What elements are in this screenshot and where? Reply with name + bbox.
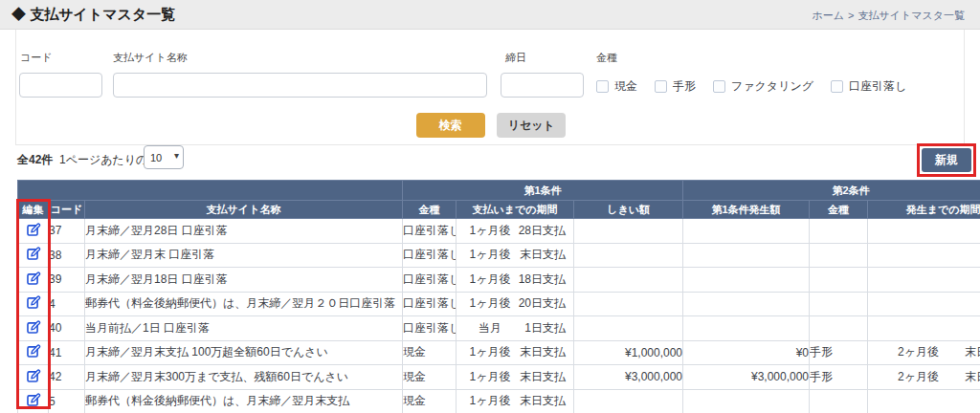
code-cell: 39 <box>49 268 85 293</box>
edit-icon <box>25 222 41 238</box>
threshold-cell <box>574 292 683 316</box>
period2-cell <box>868 268 980 293</box>
code-cell: 5 <box>49 389 85 413</box>
new-button[interactable]: 新規 <box>922 148 971 172</box>
topbar: ◆ 支払サイトマスタ一覧 ホーム>支払サイトマスタ一覧 <box>0 0 980 30</box>
edit-button[interactable] <box>25 318 41 336</box>
period2-cell <box>868 243 980 268</box>
search-panel: コード 支払サイト名称 締日 金種 現金 手形 ファクタリング 口座引落し 検索… <box>15 30 965 145</box>
checkbox-icon[interactable] <box>831 80 843 93</box>
edit-button[interactable] <box>25 221 41 238</box>
edit-button[interactable] <box>25 391 41 408</box>
kind2-cell: 手形 <box>810 340 868 365</box>
kind-cell: 現金 <box>403 365 457 390</box>
period2-cell <box>868 292 980 316</box>
edit-cell <box>18 365 49 390</box>
checkbox-icon[interactable] <box>713 80 725 93</box>
header-kind2: 金種 <box>810 201 868 219</box>
closing-day-input[interactable] <box>501 73 584 98</box>
kind-checkbox-group: 現金 手形 ファクタリング 口座引落し <box>596 78 906 95</box>
header-code: コード <box>49 201 85 219</box>
header-name: 支払サイト名称 <box>85 201 403 219</box>
name-cell: 月末締／翌月末 口座引落 <box>85 243 403 268</box>
period2-cell <box>868 389 980 413</box>
reset-button[interactable]: リセット <box>497 113 566 138</box>
name-cell: 郵券代（料金後納郵便代）は、月末締／翌月末支払 <box>85 389 403 413</box>
threshold-cell <box>574 389 683 413</box>
edit-icon <box>25 294 41 311</box>
table-row: 42 月末締／翌月末300万まで支払、残額60日でんさい 現金 1ヶ月後 末日支… <box>18 365 980 390</box>
edit-button[interactable] <box>25 293 41 311</box>
edit-button[interactable] <box>25 367 41 384</box>
payment-site-table: 第1条件 第2条件 編集 コード 支払サイト名称 金種 支払いまでの期間 しきい… <box>17 180 980 413</box>
period2-cell <box>868 316 980 341</box>
edit-button[interactable] <box>25 342 41 359</box>
header-period: 支払いまでの期間 <box>457 201 574 219</box>
c1-amount-cell <box>683 292 810 316</box>
header-threshold: しきい額 <box>574 201 683 219</box>
kind-checkbox-2[interactable]: 手形 <box>655 78 696 95</box>
c1-amount-cell: ¥0 <box>683 340 810 365</box>
kind2-cell <box>810 219 868 244</box>
closing-day-label: 締日 <box>505 51 526 65</box>
new-button-annotation: 新規 <box>917 143 976 177</box>
period-cell: 1ヶ月後 28日支払 <box>457 219 574 244</box>
table-header-row: 編集 コード 支払サイト名称 金種 支払いまでの期間 しきい額 第1条件発生額 … <box>18 201 980 219</box>
group-header-condition1: 第1条件 <box>403 181 683 201</box>
code-cell: 37 <box>49 219 85 244</box>
breadcrumb-home-link[interactable]: ホーム <box>813 10 845 21</box>
group-header-blank <box>18 181 403 201</box>
edit-button[interactable] <box>25 245 41 262</box>
kind-checkbox-1[interactable]: 現金 <box>596 78 637 95</box>
kind2-cell <box>810 292 868 316</box>
period-cell: 1ヶ月後 末日支払 <box>457 340 574 365</box>
per-page-select[interactable]: 10 <box>144 145 184 169</box>
edit-icon <box>25 392 41 408</box>
edit-button[interactable] <box>25 270 41 287</box>
kind-cell: 口座引落し <box>403 316 457 341</box>
c1-amount-cell <box>683 243 810 268</box>
table-row: 37 月末締／翌月28日 口座引落 口座引落し 1ヶ月後 28日支払 <box>18 219 980 244</box>
table-row: 38 月末締／翌月末 口座引落 口座引落し 1ヶ月後 末日支払 <box>18 243 980 268</box>
c1-amount-cell <box>683 389 810 413</box>
c1-amount-cell <box>683 316 810 341</box>
code-cell: 41 <box>49 340 85 365</box>
kind-cell: 現金 <box>403 389 457 413</box>
kind2-cell <box>810 316 868 341</box>
group-header-condition2: 第2条件 <box>683 181 980 201</box>
period-cell: 1ヶ月後 末日支払 <box>457 243 574 268</box>
period-cell: 1ヶ月後 18日支払 <box>457 268 574 293</box>
code-label: コード <box>20 51 53 65</box>
period-cell: 当月 1日支払 <box>457 316 574 341</box>
site-name-input[interactable] <box>113 73 487 98</box>
edit-icon <box>25 368 41 384</box>
breadcrumb-separator: > <box>848 10 854 21</box>
period-cell: 1ヶ月後 末日支払 <box>457 365 574 390</box>
table-row: 40 当月前払／1日 口座引落 口座引落し 当月 1日支払 <box>18 316 980 341</box>
name-cell: 月末締／翌月28日 口座引落 <box>85 219 403 244</box>
c1-amount-cell: ¥3,000,000 <box>683 365 810 390</box>
search-button[interactable]: 検索 <box>416 113 485 138</box>
table-row: 41 月末締／翌月末支払 100万超全額60日でんさい 現金 1ヶ月後 末日支払… <box>18 340 980 365</box>
period-cell: 1ヶ月後 末日支払 <box>457 389 574 413</box>
edit-cell <box>18 268 49 293</box>
checkbox-icon[interactable] <box>596 80 609 93</box>
table-row: 39 月末締／翌月18日 口座引落 口座引落し 1ヶ月後 18日支払 <box>18 268 980 293</box>
table-row: 4 郵券代（料金後納郵便代）は、月末締／翌月２０日口座引落 口座引落し 1ヶ月後… <box>18 292 980 316</box>
kind2-cell <box>810 268 868 293</box>
period2-cell <box>868 219 980 244</box>
threshold-cell <box>574 268 683 293</box>
threshold-cell <box>574 219 683 244</box>
edit-cell <box>18 316 49 341</box>
kind-checkbox-3[interactable]: ファクタリング <box>713 78 813 95</box>
kind-checkbox-4[interactable]: 口座引落し <box>831 78 906 95</box>
name-cell: 当月前払／1日 口座引落 <box>85 316 403 341</box>
period2-cell: 2ヶ月後 末日支払 <box>868 340 980 365</box>
kind2-cell: 手形 <box>810 365 868 390</box>
breadcrumb: ホーム>支払サイトマスタ一覧 <box>813 9 966 23</box>
code-input[interactable] <box>19 73 102 98</box>
page-title: ◆ 支払サイトマスタ一覧 <box>11 6 175 24</box>
checkbox-icon[interactable] <box>655 80 667 93</box>
header-c1-amount: 第1条件発生額 <box>683 201 810 219</box>
c1-amount-cell <box>683 268 810 293</box>
